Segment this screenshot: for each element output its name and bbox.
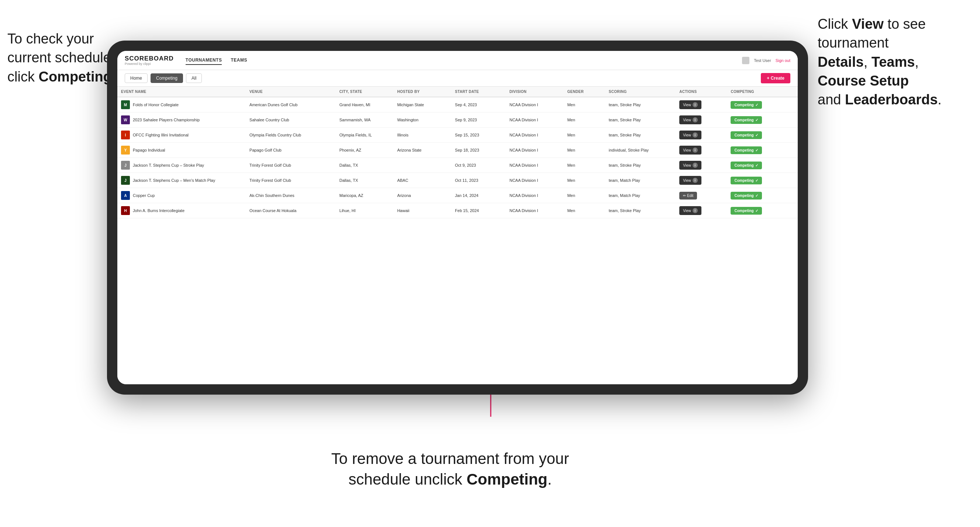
cell-city-state: Phoenix, AZ [336,143,394,158]
filter-competing[interactable]: Competing [151,73,183,83]
cell-gender: Men [563,143,605,158]
edit-button[interactable]: ✏ Edit [679,192,697,200]
filter-home[interactable]: Home [125,73,148,83]
team-logo: J [121,176,130,185]
cell-actions: View i [676,203,727,218]
cell-gender: Men [563,188,605,203]
table-row: W2023 Sahalee Players ChampionshipSahale… [117,113,798,128]
filter-all[interactable]: All [186,73,202,83]
view-button[interactable]: View i [679,176,702,185]
powered-by: Powered by clippi [125,62,174,66]
cell-scoring: team, Stroke Play [605,158,676,173]
cell-actions: ✏ Edit [676,188,727,203]
competing-badge[interactable]: Competing ✓ [730,177,762,184]
cell-scoring: individual, Stroke Play [605,143,676,158]
view-button[interactable]: View i [679,146,702,154]
cell-venue: American Dunes Golf Club [246,97,336,113]
col-header-event: EVENT NAME [117,87,246,97]
info-icon: i [692,102,698,107]
nav-links: TOURNAMENTS TEAMS [186,56,742,65]
cell-scoring: team, Stroke Play [605,128,676,143]
cell-actions: View i [676,113,727,128]
check-icon: ✓ [755,194,758,198]
cell-division: NCAA Division I [506,113,564,128]
cell-scoring: team, Match Play [605,188,676,203]
competing-badge[interactable]: Competing ✓ [730,131,762,139]
cell-competing: Competing ✓ [727,188,798,203]
competing-badge[interactable]: Competing ✓ [730,116,762,124]
team-logo: M [121,100,130,109]
col-header-city: CITY, STATE [336,87,394,97]
scoreboard-title: SCOREBOARD [125,55,174,62]
cell-venue: Olympia Fields Country Club [246,128,336,143]
create-button[interactable]: + Create [761,73,790,83]
competing-badge[interactable]: Competing ✓ [730,146,762,154]
cell-venue: Ak-Chin Southern Dunes [246,188,336,203]
cell-hosted-by: Washington [393,113,451,128]
cell-start-date: Oct 9, 2023 [451,158,506,173]
table-row: IOFCC Fighting Illini InvitationalOlympi… [117,128,798,143]
nav-teams[interactable]: TEAMS [231,56,247,65]
event-name-text: John A. Burns Intercollegiate [133,208,185,213]
table-row: HJohn A. Burns IntercollegiateOcean Cour… [117,203,798,218]
cell-scoring: team, Stroke Play [605,203,676,218]
cell-start-date: Sep 18, 2023 [451,143,506,158]
cell-hosted-by: ABAC [393,173,451,188]
view-button[interactable]: View i [679,206,702,215]
event-name-text: Jackson T. Stephens Cup – Stroke Play [133,163,204,167]
tournaments-table: EVENT NAME VENUE CITY, STATE HOSTED BY S… [117,87,798,218]
cell-hosted-by: Hawaii [393,203,451,218]
cell-start-date: Sep 15, 2023 [451,128,506,143]
table-container[interactable]: EVENT NAME VENUE CITY, STATE HOSTED BY S… [117,87,798,384]
header-right: Test User Sign out [742,57,790,64]
view-button[interactable]: View i [679,130,702,140]
competing-badge[interactable]: Competing ✓ [730,207,762,214]
cell-competing: Competing ✓ [727,158,798,173]
team-logo: Y [121,146,130,154]
cell-gender: Men [563,97,605,113]
competing-badge[interactable]: Competing ✓ [730,101,762,109]
view-button[interactable]: View i [679,116,702,124]
cell-gender: Men [563,203,605,218]
event-name-text: Jackson T. Stephens Cup – Men's Match Pl… [133,178,215,183]
table-row: ACopper CupAk-Chin Southern DunesMaricop… [117,188,798,203]
cell-venue: Trinity Forest Golf Club [246,173,336,188]
cell-gender: Men [563,173,605,188]
view-button[interactable]: View i [679,100,702,109]
cell-city-state: Grand Haven, MI [336,97,394,113]
event-name-text: OFCC Fighting Illini Invitational [133,133,189,137]
cell-event-name: ACopper Cup [117,188,246,203]
info-icon: i [692,132,698,138]
table-header-row: EVENT NAME VENUE CITY, STATE HOSTED BY S… [117,87,798,97]
cell-actions: View i [676,143,727,158]
cell-competing: Competing ✓ [727,173,798,188]
cell-division: NCAA Division I [506,128,564,143]
col-header-hosted: HOSTED BY [393,87,451,97]
cell-actions: View i [676,173,727,188]
cell-venue: Ocean Course At Hokuala [246,203,336,218]
event-name-text: Papago Individual [133,148,165,152]
cell-division: NCAA Division I [506,143,564,158]
table-row: JJackson T. Stephens Cup – Men's Match P… [117,173,798,188]
team-logo: I [121,130,130,140]
cell-city-state: Maricopa, AZ [336,188,394,203]
cell-division: NCAA Division I [506,203,564,218]
check-icon: ✓ [755,118,758,122]
cell-scoring: team, Match Play [605,173,676,188]
cell-hosted-by [393,158,451,173]
team-logo: A [121,191,130,200]
cell-hosted-by: Arizona State [393,143,451,158]
team-logo: H [121,206,130,215]
team-logo: J [121,161,130,170]
competing-badge[interactable]: Competing ✓ [730,192,762,200]
cell-competing: Competing ✓ [727,143,798,158]
competing-badge[interactable]: Competing ✓ [730,162,762,169]
view-button[interactable]: View i [679,161,702,170]
nav-tournaments[interactable]: TOURNAMENTS [186,56,222,65]
col-header-competing: COMPETING [727,87,798,97]
cell-start-date: Jan 14, 2024 [451,188,506,203]
event-name-text: 2023 Sahalee Players Championship [133,117,200,122]
col-header-division: DIVISION [506,87,564,97]
cell-event-name: MFolds of Honor Collegiate [117,97,246,113]
sign-out-link[interactable]: Sign out [776,58,790,63]
